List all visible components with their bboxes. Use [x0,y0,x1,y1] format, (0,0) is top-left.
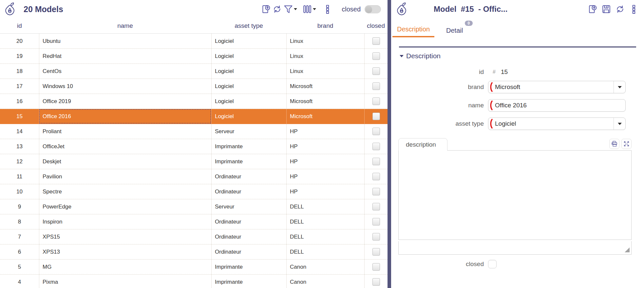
cell-closed[interactable] [364,244,388,259]
cell-name[interactable]: Pavilion [39,169,211,184]
cell-name[interactable]: Deskjet [39,154,211,169]
row-closed-checkbox[interactable] [372,143,380,150]
column-header-id[interactable]: id [0,22,39,29]
row-closed-checkbox[interactable] [372,158,380,165]
tab-description[interactable]: Description [392,24,434,37]
cell-closed[interactable] [364,154,388,169]
save-button[interactable] [601,4,612,15]
column-header-brand[interactable]: brand [286,22,364,29]
cell-brand[interactable]: DELL [286,199,364,214]
cell-name[interactable]: MG [39,260,211,274]
cell-id[interactable]: 6 [0,244,39,259]
cell-brand[interactable]: HP [286,169,364,184]
print-button[interactable] [609,139,619,149]
name-input[interactable]: Office 2016 [488,99,626,112]
cell-asset-type[interactable]: Imprimante [211,139,286,154]
row-closed-checkbox[interactable] [372,248,380,256]
cell-name[interactable]: Office 2019 [39,94,211,109]
cell-name[interactable]: Office 2016 [39,109,211,124]
table-row[interactable]: 13OfficeJetImprimanteHP [0,139,388,154]
cell-closed[interactable] [364,124,388,139]
cell-closed[interactable] [364,64,388,79]
cell-id[interactable]: 12 [0,154,39,169]
cell-closed[interactable] [364,260,388,274]
table-row[interactable]: 10SpectreOrdinateurHP [0,184,388,199]
cell-brand[interactable]: HP [286,154,364,169]
cell-name[interactable]: XPS13 [39,244,211,259]
cell-brand[interactable]: DELL [286,214,364,229]
cell-name[interactable]: Proliant [39,124,211,139]
closed-checkbox[interactable] [488,260,497,268]
row-closed-checkbox[interactable] [372,113,380,120]
cell-closed[interactable] [364,169,388,184]
cell-closed[interactable] [364,79,388,94]
table-row[interactable]: 9PowerEdgeServeurDELL [0,199,388,214]
panel-splitter[interactable] [388,0,391,288]
row-closed-checkbox[interactable] [372,98,380,105]
cell-id[interactable]: 5 [0,260,39,274]
cell-id[interactable]: 20 [0,34,39,48]
row-closed-checkbox[interactable] [372,263,380,271]
cell-id[interactable]: 11 [0,169,39,184]
row-closed-checkbox[interactable] [372,82,380,90]
row-closed-checkbox[interactable] [372,203,380,210]
cell-closed[interactable] [364,109,388,124]
cell-id[interactable]: 9 [0,199,39,214]
cell-id[interactable]: 7 [0,229,39,244]
cell-name[interactable]: Inspiron [39,214,211,229]
table-row[interactable]: 8InspironOrdinateurDELL [0,214,388,229]
table-row[interactable]: 15Office 2016LogicielMicrosoft [0,109,388,124]
resize-grip-icon[interactable] [625,247,630,252]
row-closed-checkbox[interactable] [372,233,380,241]
cell-asset-type[interactable]: Logiciel [211,79,286,94]
table-row[interactable]: 11PavilionOrdinateurHP [0,169,388,184]
cell-asset-type[interactable]: Ordinateur [211,229,286,244]
row-closed-checkbox[interactable] [372,218,380,225]
row-closed-checkbox[interactable] [372,188,380,195]
cell-closed[interactable] [364,34,388,48]
cell-brand[interactable]: Microsoft [286,79,364,94]
cell-brand[interactable]: HP [286,184,364,199]
table-row[interactable]: 17Windows 10LogicielMicrosoft [0,79,388,94]
cell-asset-type[interactable]: Logiciel [211,49,286,63]
cell-id[interactable]: 4 [0,275,39,288]
cell-asset-type[interactable]: Imprimante [211,275,286,288]
table-row[interactable]: 18CentOsLogicielLinux [0,64,388,79]
cell-closed[interactable] [364,214,388,229]
cell-closed[interactable] [364,184,388,199]
row-closed-checkbox[interactable] [372,173,380,180]
cell-brand[interactable]: Canon [286,260,364,274]
cell-name[interactable]: Windows 10 [39,79,211,94]
description-textarea[interactable] [398,150,632,240]
cell-asset-type[interactable]: Ordinateur [211,244,286,259]
filter-button[interactable] [283,4,294,15]
cell-brand[interactable]: Microsoft [286,94,364,109]
cell-name[interactable]: PowerEdge [39,199,211,214]
columns-dropdown-caret-icon[interactable] [313,8,316,10]
cell-id[interactable]: 19 [0,49,39,63]
cell-brand[interactable]: Linux [286,64,364,79]
column-header-asset-type[interactable]: asset type [211,22,286,29]
cell-closed[interactable] [364,49,388,63]
cell-name[interactable]: CentOs [39,64,211,79]
column-header-closed[interactable]: closed [364,22,388,29]
table-row[interactable]: 14ProliantServeurHP [0,124,388,139]
closed-filter-toggle[interactable] [365,5,381,13]
cell-brand[interactable]: DELL [286,244,364,259]
cell-brand[interactable]: HP [286,139,364,154]
cell-name[interactable]: RedHat [39,49,211,63]
description-field-tab[interactable]: description [398,138,447,151]
cell-asset-type[interactable]: Logiciel [211,109,286,124]
table-row[interactable]: 20UbuntuLogicielLinux [0,34,388,49]
cell-asset-type[interactable]: Serveur [211,199,286,214]
cell-closed[interactable] [364,139,388,154]
cell-closed[interactable] [364,94,388,109]
cell-id[interactable]: 17 [0,79,39,94]
cell-brand[interactable]: HP [286,124,364,139]
brand-dropdown-button[interactable] [614,81,625,93]
cell-id[interactable]: 10 [0,184,39,199]
cell-asset-type[interactable]: Ordinateur [211,184,286,199]
row-closed-checkbox[interactable] [372,52,380,60]
table-row[interactable]: 16Office 2019LogicielMicrosoft [0,94,388,109]
row-closed-checkbox[interactable] [372,278,380,286]
